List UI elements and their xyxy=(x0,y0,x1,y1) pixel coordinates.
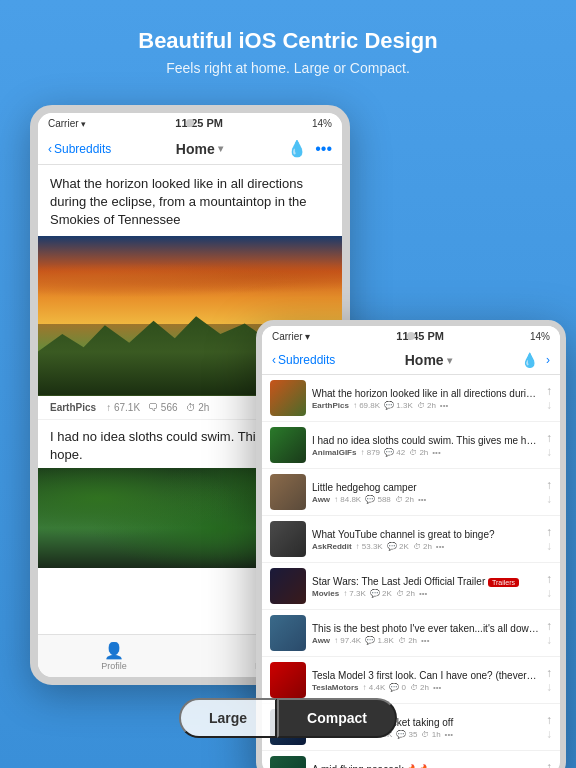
compact-mode-button[interactable]: Compact xyxy=(277,698,397,738)
upvote-button[interactable]: ↑ xyxy=(546,526,552,538)
downvote-button[interactable]: ↓ xyxy=(546,493,552,505)
upvote-button[interactable]: ↑ xyxy=(546,620,552,632)
tag-badge: Trailers xyxy=(488,578,519,587)
item-title: A mid-flying peacock 🔥🔥 xyxy=(312,763,540,769)
chevron-icon-small: ▾ xyxy=(447,355,452,366)
item-meta: Aww ↑ 84.8K 💬 588 ⏱ 2h ••• xyxy=(312,495,540,504)
list-item[interactable]: What YouTube channel is great to binge? … xyxy=(262,516,560,563)
battery-large: 14% xyxy=(312,118,332,129)
thumb-starwars xyxy=(270,568,306,604)
downvote-button[interactable]: ↓ xyxy=(546,540,552,552)
upvote-button[interactable]: ↑ xyxy=(546,432,552,444)
item-text: What the horizon looked like in all dire… xyxy=(312,387,540,410)
list-item[interactable]: What the horizon looked like in all dire… xyxy=(262,375,560,422)
item-text: What YouTube channel is great to binge? … xyxy=(312,528,540,551)
vote-controls: ↑ ↓ xyxy=(546,385,552,411)
item-time: ⏱ 2h xyxy=(413,542,432,551)
thumb-sloth xyxy=(270,427,306,463)
post1-title: What the horizon looked like in all dire… xyxy=(38,165,342,236)
upvote-button[interactable]: ↑ xyxy=(546,667,552,679)
downvote-button[interactable]: ↓ xyxy=(546,681,552,693)
item-title: Tesla Model 3 first look. Can I have one… xyxy=(312,669,540,682)
item-title: What YouTube channel is great to binge? xyxy=(312,528,540,541)
downvote-button[interactable]: ↓ xyxy=(546,446,552,458)
header-title: Beautiful iOS Centric Design xyxy=(20,28,556,54)
vote-controls: ↑ ↓ xyxy=(546,714,552,740)
vote-controls: ↑ ↓ xyxy=(546,667,552,693)
item-upvotes: ↑ 69.8K xyxy=(353,401,380,410)
more-icon[interactable]: ••• xyxy=(315,140,332,158)
thumb-youtube xyxy=(270,521,306,557)
item-meta: Movies ↑ 7.3K 💬 2K ⏱ 2h ••• xyxy=(312,589,540,598)
upvote-button[interactable]: ↑ xyxy=(546,761,552,768)
item-comments: 💬 0 xyxy=(389,683,406,692)
nav-title-small: Home ▾ xyxy=(405,352,452,368)
upvote-button[interactable]: ↑ xyxy=(546,573,552,585)
item-dots[interactable]: ••• xyxy=(440,401,448,410)
thumb-peacock xyxy=(270,756,306,768)
list-item[interactable]: Little hedgehog camper Aww ↑ 84.8K 💬 588… xyxy=(262,469,560,516)
vote-controls: ↑ ↓ xyxy=(546,479,552,505)
nav-icons-small: 💧 › xyxy=(521,352,550,368)
droplet-icon-small[interactable]: 💧 xyxy=(521,352,538,368)
item-comments: 💬 35 xyxy=(396,730,417,739)
item-dots[interactable]: ••• xyxy=(445,730,453,739)
item-dots[interactable]: ••• xyxy=(433,683,441,692)
item-title: Star Wars: The Last Jedi Official Traile… xyxy=(312,575,540,588)
item-time: ⏱ 2h xyxy=(398,636,417,645)
item-title: Little hedgehog camper xyxy=(312,481,540,494)
post1-comments: 🗨 566 xyxy=(148,402,177,413)
large-mode-button[interactable]: Large xyxy=(179,698,277,738)
list-item[interactable]: Star Wars: The Last Jedi Official Traile… xyxy=(262,563,560,610)
item-upvotes: ↑ 4.4K xyxy=(363,683,386,692)
tab-profile-label: Profile xyxy=(101,661,127,671)
vote-controls: ↑ ↓ xyxy=(546,761,552,768)
nav-bar-small: ‹ Subreddits Home ▾ 💧 › xyxy=(262,346,560,375)
item-sub: AnimalGIFs xyxy=(312,448,356,457)
downvote-button[interactable]: ↓ xyxy=(546,634,552,646)
item-comments: 💬 2K xyxy=(387,542,409,551)
vote-controls: ↑ ↓ xyxy=(546,432,552,458)
list-item[interactable]: This is the best photo I've ever taken..… xyxy=(262,610,560,657)
chevron-icon-large: ▾ xyxy=(218,143,223,154)
back-button-small[interactable]: ‹ Subreddits xyxy=(272,353,335,367)
profile-icon: 👤 xyxy=(104,641,124,660)
back-button-large[interactable]: ‹ Subreddits xyxy=(48,142,111,156)
item-upvotes: ↑ 879 xyxy=(360,448,380,457)
droplet-icon[interactable]: 💧 xyxy=(287,139,307,158)
item-meta: EarthPics ↑ 69.8K 💬 1.3K ⏱ 2h ••• xyxy=(312,401,540,410)
item-text: Tesla Model 3 first look. Can I have one… xyxy=(312,669,540,692)
item-sub: Aww xyxy=(312,495,330,504)
item-dots[interactable]: ••• xyxy=(421,636,429,645)
time-small: 11:45 PM xyxy=(396,330,444,342)
list-item[interactable]: I had no idea sloths could swim. This gi… xyxy=(262,422,560,469)
camera-dot xyxy=(186,119,194,127)
list-item[interactable]: Tesla Model 3 first look. Can I have one… xyxy=(262,657,560,704)
item-dots[interactable]: ••• xyxy=(436,542,444,551)
item-upvotes: ↑ 97.4K xyxy=(334,636,361,645)
item-title: What the horizon looked like in all dire… xyxy=(312,387,540,400)
downvote-button[interactable]: ↓ xyxy=(546,399,552,411)
time-large: 11:25 PM xyxy=(175,117,223,129)
item-dots[interactable]: ••• xyxy=(419,589,427,598)
item-dots[interactable]: ••• xyxy=(432,448,440,457)
upvote-button[interactable]: ↑ xyxy=(546,385,552,397)
nav-icons-large: 💧 ••• xyxy=(287,139,332,158)
downvote-button[interactable]: ↓ xyxy=(546,728,552,740)
more-icon-small[interactable]: › xyxy=(546,353,550,367)
downvote-button[interactable]: ↓ xyxy=(546,587,552,599)
item-time: ⏱ 1h xyxy=(421,730,440,739)
upvote-button[interactable]: ↑ xyxy=(546,479,552,491)
item-time: ⏱ 2h xyxy=(409,448,428,457)
nav-title-large: Home ▾ xyxy=(176,141,223,157)
header: Beautiful iOS Centric Design Feels right… xyxy=(0,0,576,96)
item-sub: Aww xyxy=(312,636,330,645)
tab-profile[interactable]: 👤 Profile xyxy=(38,639,190,673)
carrier-small: Carrier ▾ xyxy=(272,331,310,342)
item-time: ⏱ 2h xyxy=(396,589,415,598)
list-item[interactable]: A mid-flying peacock 🔥🔥 NaturalsLit ↑ 19… xyxy=(262,751,560,768)
upvote-button[interactable]: ↑ xyxy=(546,714,552,726)
item-sub: EarthPics xyxy=(312,401,349,410)
item-dots[interactable]: ••• xyxy=(418,495,426,504)
vote-controls: ↑ ↓ xyxy=(546,526,552,552)
